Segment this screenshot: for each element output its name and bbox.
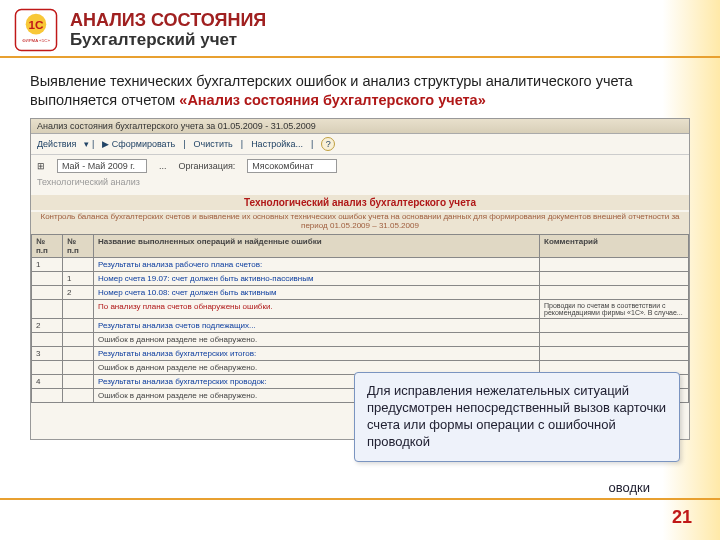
window-title: Анализ состояния бухгалтерского учета за… [31, 119, 689, 134]
footer-divider [0, 498, 720, 500]
callout-box: Для исправления нежелательных ситуаций п… [354, 372, 680, 462]
toolbar: Действия ▾ | ▶ Сформировать | Очистить |… [31, 134, 689, 155]
page-number: 21 [672, 507, 692, 528]
slide-header: 1C ФИРМА «1С» АНАЛИЗ СОСТОЯНИЯ Бухгалтер… [0, 0, 720, 58]
filter-row: ⊞ Май - Май 2009 г. ... Организация: Мяс… [31, 155, 689, 177]
title-black: Бухгалтерский учет [70, 31, 266, 50]
svg-text:ФИРМА «1С»: ФИРМА «1С» [22, 38, 50, 43]
report-subtitle: Контроль баланса бухгалтерских счетов и … [31, 212, 689, 234]
callout-tail: оводки [609, 480, 650, 495]
table-row: 2Результаты анализа счетов подлежащих... [32, 318, 689, 332]
col-num2: № п.п [63, 234, 94, 257]
period-input[interactable]: Май - Май 2009 г. [57, 159, 147, 173]
report-title: Технологический анализ бухгалтерского уч… [31, 195, 689, 210]
intro-text: Выявление технических бухгалтерских ошиб… [30, 72, 690, 110]
tech-analysis-label: Технологический анализ [37, 177, 140, 187]
table-row: Ошибок в данном разделе не обнаружено. [32, 332, 689, 346]
table-row: По анализу плана счетов обнаружены ошибк… [32, 299, 689, 318]
intro-highlight: «Анализ состояния бухгалтерского учета» [179, 92, 485, 108]
table-row: 1Номер счета 19.07: счет должен быть акт… [32, 271, 689, 285]
toolbar-settings[interactable]: Настройка... [251, 139, 303, 149]
col-name: Название выполненных операций и найденны… [94, 234, 540, 257]
help-icon[interactable]: ? [321, 137, 335, 151]
toolbar-form[interactable]: ▶ Сформировать [102, 139, 175, 149]
svg-text:1C: 1C [29, 18, 45, 31]
org-label: Организация: [179, 161, 236, 171]
col-num1: № п.п [32, 234, 63, 257]
col-comment: Комментарий [540, 234, 689, 257]
table-row: 1Результаты анализа рабочего плана счето… [32, 257, 689, 271]
toolbar-clear[interactable]: Очистить [194, 139, 233, 149]
table-row: 3Результаты анализа бухгалтерских итогов… [32, 346, 689, 360]
logo-1c: 1C ФИРМА «1С» [14, 8, 58, 52]
table-row: 2Номер счета 10.08: счет должен быть акт… [32, 285, 689, 299]
title-red: АНАЛИЗ СОСТОЯНИЯ [70, 11, 266, 31]
org-input[interactable]: Мясокомбинат [247, 159, 337, 173]
toolbar-actions[interactable]: Действия [37, 139, 76, 149]
